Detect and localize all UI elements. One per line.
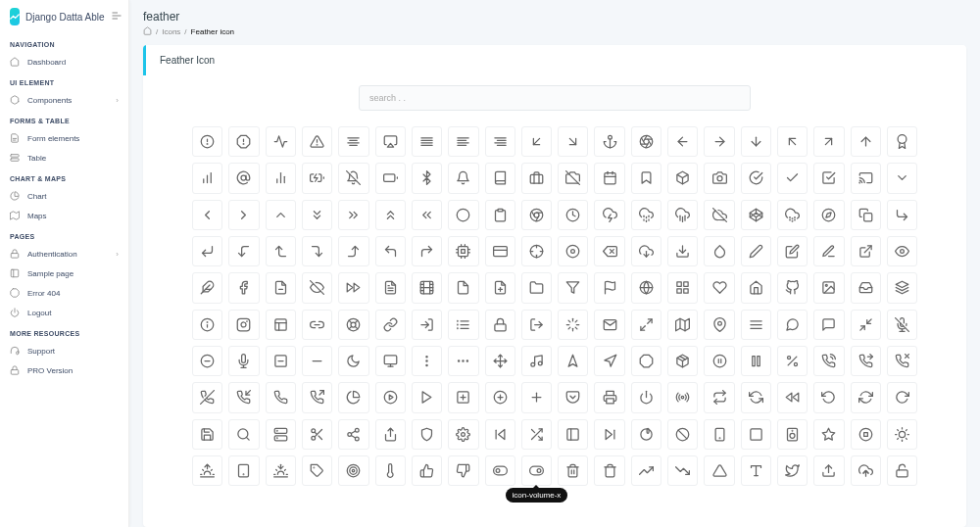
maximize-2-icon[interactable]	[631, 310, 662, 340]
circle-icon[interactable]	[448, 200, 478, 230]
unlock-icon[interactable]	[887, 455, 917, 486]
pause-circle-icon[interactable]	[704, 346, 734, 376]
edit-2-icon[interactable]	[741, 236, 771, 266]
search-icon[interactable]	[228, 419, 259, 450]
map-icon[interactable]	[667, 310, 698, 340]
arrow-down-left-icon[interactable]	[521, 126, 552, 157]
tag-icon[interactable]	[302, 455, 332, 486]
target-icon[interactable]	[338, 455, 368, 486]
file-plus-icon[interactable]	[485, 272, 515, 303]
feather-icon[interactable]	[192, 272, 222, 303]
skip-forward-icon[interactable]	[594, 419, 624, 450]
phone-icon[interactable]	[266, 382, 296, 412]
corner-left-up-icon[interactable]	[266, 236, 296, 266]
percent-icon[interactable]	[777, 346, 808, 376]
navigation-2-icon[interactable]	[558, 346, 588, 376]
anchor-icon[interactable]	[594, 126, 624, 157]
power-icon[interactable]	[631, 382, 662, 412]
more-horizontal-icon[interactable]	[448, 346, 478, 376]
package-icon[interactable]	[667, 346, 698, 376]
fast-forward-icon[interactable]	[338, 272, 368, 303]
smartphone-icon[interactable]	[704, 419, 734, 450]
clock-icon[interactable]	[558, 200, 588, 230]
cloud-rain-icon[interactable]	[667, 200, 698, 230]
repeat-icon[interactable]	[704, 382, 734, 412]
arrow-down-icon[interactable]	[741, 126, 771, 157]
file-minus-icon[interactable]	[266, 272, 296, 303]
navigation-icon[interactable]	[594, 346, 624, 376]
share-2-icon[interactable]	[338, 419, 368, 450]
star-icon[interactable]	[813, 419, 844, 450]
folder-icon[interactable]	[521, 272, 552, 303]
life-buoy-icon[interactable]	[338, 310, 368, 340]
bluetooth-icon[interactable]	[412, 163, 442, 193]
align-center-icon[interactable]	[338, 126, 368, 157]
file-text-icon[interactable]	[375, 272, 406, 303]
upload-cloud-icon[interactable]	[851, 455, 881, 486]
square-icon[interactable]	[741, 419, 771, 450]
corner-right-down-icon[interactable]	[302, 236, 332, 266]
thermometer-icon[interactable]	[375, 455, 406, 486]
arrow-right-icon[interactable]	[704, 126, 734, 157]
corner-up-right-icon[interactable]	[412, 236, 442, 266]
layout-icon[interactable]	[266, 310, 296, 340]
arrow-up-left-icon[interactable]	[777, 126, 808, 157]
minus-icon[interactable]	[302, 346, 332, 376]
bell-icon[interactable]	[448, 163, 478, 193]
message-square-icon[interactable]	[813, 310, 844, 340]
download-cloud-icon[interactable]	[631, 236, 662, 266]
sidebar-icon[interactable]	[558, 419, 588, 450]
battery-icon[interactable]	[375, 163, 406, 193]
menu-icon[interactable]	[741, 310, 771, 340]
settings-icon[interactable]	[448, 419, 478, 450]
chevrons-left-icon[interactable]	[412, 200, 442, 230]
phone-missed-icon[interactable]	[887, 346, 917, 376]
home-icon[interactable]	[143, 26, 152, 37]
file-icon[interactable]	[448, 272, 478, 303]
monitor-icon[interactable]	[375, 346, 406, 376]
eye-icon[interactable]	[887, 236, 917, 266]
bookmark-icon[interactable]	[631, 163, 662, 193]
film-icon[interactable]	[412, 272, 442, 303]
refresh-cw-icon[interactable]	[851, 382, 881, 412]
briefcase-icon[interactable]	[521, 163, 552, 193]
home-icon[interactable]	[741, 272, 771, 303]
skip-back-icon[interactable]	[485, 419, 515, 450]
plus-circle-icon[interactable]	[485, 382, 515, 412]
sun-icon[interactable]	[887, 419, 917, 450]
map-pin-icon[interactable]	[704, 310, 734, 340]
more-vertical-icon[interactable]	[412, 346, 442, 376]
stop-circle-icon[interactable]	[851, 419, 881, 450]
chevron-left-icon[interactable]	[192, 200, 222, 230]
play-circle-icon[interactable]	[375, 382, 406, 412]
move-icon[interactable]	[485, 346, 515, 376]
list-icon[interactable]	[448, 310, 478, 340]
info-icon[interactable]	[192, 310, 222, 340]
play-icon[interactable]	[412, 382, 442, 412]
trash-2-icon[interactable]	[558, 455, 588, 486]
corner-down-left-icon[interactable]	[192, 236, 222, 266]
aperture-icon[interactable]	[631, 126, 662, 157]
trending-down-icon[interactable]	[667, 455, 698, 486]
align-justify-icon[interactable]	[412, 126, 442, 157]
pocket-icon[interactable]	[558, 382, 588, 412]
droplet-icon[interactable]	[704, 236, 734, 266]
alert-triangle-icon[interactable]	[302, 126, 332, 157]
github-icon[interactable]	[777, 272, 808, 303]
sidebar-item-table[interactable]: Table	[0, 148, 128, 168]
camera-off-icon[interactable]	[558, 163, 588, 193]
check-square-icon[interactable]	[813, 163, 844, 193]
sunset-icon[interactable]	[266, 455, 296, 486]
edit-1-icon[interactable]	[813, 236, 844, 266]
camera-icon[interactable]	[704, 163, 734, 193]
align-right-icon[interactable]	[485, 126, 515, 157]
bell-off-icon[interactable]	[338, 163, 368, 193]
battery-charging-icon[interactable]	[302, 163, 332, 193]
twitter-icon[interactable]	[777, 455, 808, 486]
toggle-right-icon[interactable]: icon-volume-x	[521, 455, 552, 486]
phone-incoming-icon[interactable]	[228, 382, 259, 412]
inbox-icon[interactable]	[851, 272, 881, 303]
heart-icon[interactable]	[704, 272, 734, 303]
sidebar-item-chart[interactable]: Chart	[0, 186, 128, 206]
at-sign-icon[interactable]	[228, 163, 259, 193]
